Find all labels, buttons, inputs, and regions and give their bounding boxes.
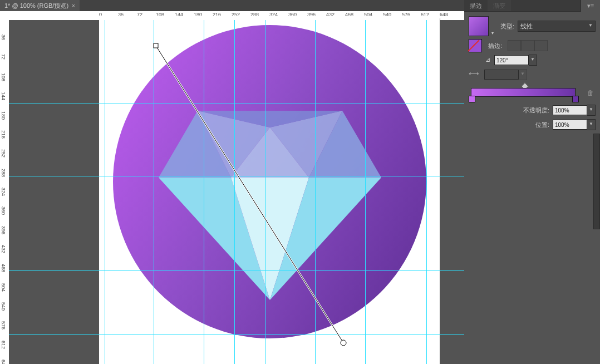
position-input[interactable]: 100% <box>553 120 587 130</box>
panel-body: ▾ 类型: 线性 ▼ 描边: ⊿ 120° ▼ <box>464 11 600 134</box>
gradient-bar[interactable] <box>471 88 576 97</box>
stroke-inside-button[interactable] <box>508 40 521 51</box>
opacity-stepper-icon[interactable]: ▼ <box>587 105 596 116</box>
guide-vertical[interactable] <box>365 20 366 364</box>
angle-stepper-icon[interactable]: ▼ <box>529 55 537 66</box>
guide-horizontal[interactable] <box>9 270 464 271</box>
document-tab-title: 1* @ 100% (RGB/预览) <box>4 2 68 10</box>
stroke-center-button[interactable] <box>521 40 534 51</box>
panel-menu-icon[interactable]: ▾≡ <box>581 0 600 11</box>
ruler-origin[interactable] <box>0 11 9 21</box>
aspect-ratio-icon: ⟷ <box>469 70 479 80</box>
gradient-stop-left[interactable] <box>469 96 475 102</box>
opacity-label: 不透明度: <box>514 106 549 115</box>
guide-vertical[interactable] <box>265 20 265 364</box>
close-tab-icon[interactable]: × <box>72 3 75 9</box>
stroke-label: 描边: <box>484 42 502 50</box>
guide-vertical[interactable] <box>426 20 427 364</box>
type-label: 类型: <box>491 22 514 31</box>
stroke-panel-tab[interactable]: 描边 <box>464 0 488 11</box>
opacity-input[interactable]: 100% <box>553 105 587 115</box>
position-label: 位置: <box>514 121 549 129</box>
gradient-stop-right[interactable] <box>572 96 579 102</box>
panel-tab-bar: 描边 渐变 <box>464 0 581 12</box>
swatch-dropdown-icon[interactable]: ▾ <box>491 31 494 36</box>
vertical-ruler[interactable]: 0367210814418021625228832436039643246850… <box>0 20 9 364</box>
gradient-type-dropdown[interactable]: 线性 ▼ <box>518 21 596 32</box>
stroke-outside-button[interactable] <box>534 40 548 51</box>
canvas-viewport[interactable] <box>9 20 464 364</box>
stroke-align-group <box>508 40 548 51</box>
aspect-ratio-input[interactable] <box>484 70 519 80</box>
angle-icon: ⊿ <box>483 56 492 64</box>
chevron-down-icon: ▼ <box>587 22 594 29</box>
guide-horizontal[interactable] <box>9 176 464 176</box>
guide-vertical[interactable] <box>204 20 204 364</box>
guide-horizontal[interactable] <box>9 104 464 104</box>
none-stroke-icon <box>468 40 479 51</box>
guide-vertical[interactable] <box>315 20 316 364</box>
panel-dock-strip[interactable] <box>593 134 600 229</box>
gradient-panel-tab[interactable]: 渐变 <box>488 0 511 11</box>
stroke-swatch[interactable] <box>469 39 482 52</box>
gradient-preview-swatch[interactable]: ▾ <box>469 16 489 36</box>
guide-vertical[interactable] <box>105 20 105 364</box>
gradient-ramp[interactable]: 🗑 <box>469 83 596 102</box>
gradient-panel: 思缘设计论坛 WWW.MISSYUAN.COM 描边 渐变 ▾≡ ▾ 类型: 线… <box>464 0 600 364</box>
guide-horizontal[interactable] <box>9 335 464 335</box>
document-tab-bar: 1* @ 100% (RGB/预览) × <box>0 0 464 11</box>
diamond-shape[interactable] <box>159 111 381 300</box>
guide-vertical[interactable] <box>234 20 235 364</box>
guide-vertical[interactable] <box>154 20 154 364</box>
ratio-stepper-icon[interactable]: ▼ <box>519 69 527 80</box>
angle-input[interactable]: 120° <box>494 55 529 65</box>
gradient-type-value: 线性 <box>520 22 533 31</box>
document-tab[interactable]: 1* @ 100% (RGB/预览) × <box>0 0 80 11</box>
trash-icon[interactable]: 🗑 <box>587 89 594 97</box>
position-stepper-icon[interactable]: ▼ <box>587 119 596 130</box>
